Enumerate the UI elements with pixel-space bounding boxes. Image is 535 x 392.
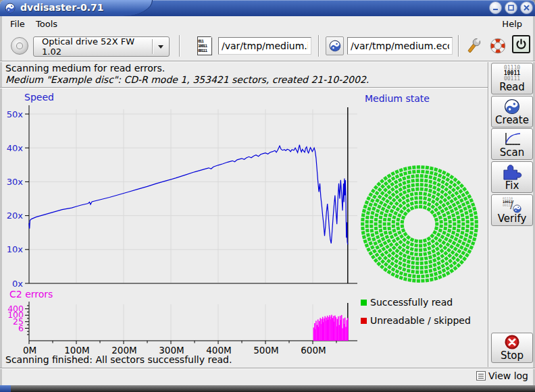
- toolbar-separator: [318, 35, 320, 57]
- iso-file-input[interactable]: [218, 37, 311, 55]
- stop-button[interactable]: Stop: [491, 333, 533, 363]
- titlebar[interactable]: dvdisaster-0.71: [0, 0, 535, 16]
- quit-button[interactable]: [512, 35, 530, 53]
- create-button[interactable]: Create: [491, 96, 533, 128]
- scan-button[interactable]: Scan: [491, 128, 533, 160]
- svg-text:50x: 50x: [7, 109, 24, 119]
- binary-icon: 01110 10011 00111: [504, 65, 520, 82]
- lifebelt-icon: [489, 37, 507, 55]
- svg-text:40x: 40x: [7, 143, 24, 153]
- toolbar-separator: [179, 35, 180, 57]
- window-bottom-corner: [0, 385, 11, 392]
- separator: [0, 368, 535, 369]
- menu-file[interactable]: File: [6, 18, 29, 30]
- status-line-1: Scanning medium for read errors.: [5, 63, 165, 74]
- stop-icon: [504, 334, 520, 350]
- read-button[interactable]: 01110 10011 00111 Read: [491, 63, 533, 94]
- minimize-button[interactable]: [489, 1, 502, 14]
- maximize-button[interactable]: [505, 1, 517, 14]
- window-bottom-border: [0, 385, 535, 392]
- c2-errors-chart: C2 errors4001002560M100M200M300M400M500M…: [0, 287, 365, 359]
- legend-item-unreadable: Unreadable / skipped: [361, 315, 471, 326]
- separator: [0, 87, 488, 88]
- svg-text:10x: 10x: [7, 244, 24, 254]
- svg-text:20x: 20x: [7, 211, 24, 221]
- cd-drive-icon: [11, 37, 28, 55]
- power-icon: [515, 38, 527, 50]
- window-title: dvdisaster-0.71: [20, 2, 104, 13]
- medium-state-disc: [359, 164, 480, 284]
- legend-item-read: Successfully read: [361, 297, 453, 308]
- view-log-label: View log: [488, 370, 528, 381]
- legend-swatch-red: [361, 318, 367, 324]
- view-log-button[interactable]: View log: [476, 370, 528, 381]
- legend-swatch-green: [361, 300, 367, 306]
- svg-text:30x: 30x: [7, 177, 24, 187]
- binary-yinyang-icon: 01110 10011 00111 /: [503, 197, 521, 213]
- maximize-icon: [507, 4, 515, 11]
- svg-text:500M: 500M: [253, 345, 278, 356]
- verify-button[interactable]: 01110 10011 00111 / Verify: [491, 194, 533, 226]
- log-icon: [476, 371, 486, 381]
- help-button[interactable]: [488, 36, 507, 56]
- menu-help[interactable]: Help: [498, 18, 526, 30]
- app-icon: [5, 3, 16, 13]
- chevron-down-icon: [153, 45, 169, 49]
- fix-button[interactable]: Fix: [491, 161, 533, 193]
- svg-text:C2 errors: C2 errors: [9, 289, 53, 300]
- ecc-file-input[interactable]: [347, 37, 453, 55]
- svg-text:600M: 600M: [301, 345, 326, 356]
- legend-label: Unreadable / skipped: [370, 315, 471, 326]
- yin-yang-icon: [504, 99, 520, 115]
- puzzle-icon: [502, 163, 522, 180]
- medium-state-title: Medium state: [365, 93, 430, 104]
- legend-label: Successfully read: [370, 297, 453, 308]
- svg-text:6: 6: [18, 323, 24, 333]
- preferences-button[interactable]: [464, 36, 483, 56]
- iso-file-icon: 011 10011 00111: [197, 36, 214, 56]
- toolbar-separator: [458, 35, 459, 57]
- separator: [488, 62, 489, 367]
- separator: [0, 61, 535, 62]
- scan-result-status: Scanning finished: All sectors successfu…: [5, 354, 232, 365]
- menu-tools[interactable]: Tools: [32, 18, 61, 30]
- dvdisaster-window: dvdisaster-0.71 File Tools Help Optical …: [0, 0, 535, 392]
- minimize-icon: [492, 4, 499, 11]
- status-line-2: Medium "Example disc": CD-R mode 1, 3534…: [5, 74, 369, 85]
- drive-button[interactable]: [8, 34, 31, 57]
- ecc-file-icon[interactable]: [326, 36, 344, 55]
- drive-selector[interactable]: Optical drive 52X FW 1.02: [33, 36, 170, 57]
- close-icon: [523, 4, 530, 11]
- mini-chart-icon: [503, 132, 521, 147]
- toolbar: Optical drive 52X FW 1.02 011 10011 0011…: [2, 31, 533, 61]
- svg-text:Speed: Speed: [24, 92, 54, 103]
- close-button[interactable]: [520, 1, 533, 14]
- speed-chart: Speed0x10x20x30x40x50x: [0, 89, 365, 291]
- drive-selector-value: Optical drive 52X FW 1.02: [34, 36, 152, 57]
- menubar: File Tools Help: [2, 16, 533, 31]
- titlebar-swoosh: [120, 0, 153, 16]
- wrench-icon: [465, 37, 482, 55]
